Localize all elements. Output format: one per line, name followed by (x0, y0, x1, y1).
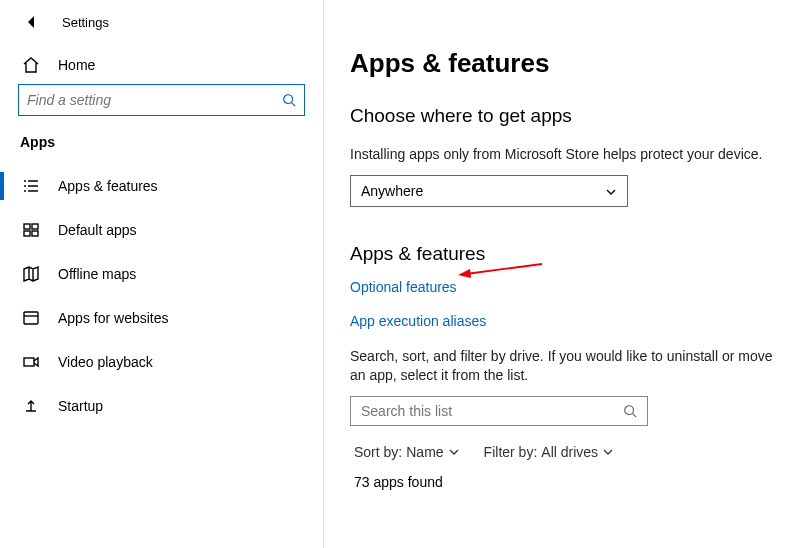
sidebar: Settings Home Apps Apps & features Defau… (0, 0, 324, 548)
svg-rect-1 (24, 224, 30, 229)
find-setting-input[interactable] (18, 84, 305, 116)
apps-count: 73 apps found (350, 474, 811, 490)
nav-item-label: Default apps (58, 222, 137, 238)
search-icon (282, 93, 296, 107)
search-icon (623, 404, 637, 418)
nav-apps-features[interactable]: Apps & features (0, 164, 323, 208)
page-title: Apps & features (350, 48, 811, 79)
map-icon (22, 265, 40, 283)
startup-icon (22, 397, 40, 415)
sort-label: Sort by: (354, 444, 402, 460)
nav-startup[interactable]: Startup (0, 384, 323, 428)
nav-video-playback[interactable]: Video playback (0, 340, 323, 384)
list-icon (22, 177, 40, 195)
window-title: Settings (62, 15, 109, 30)
app-execution-aliases-link[interactable]: App execution aliases (350, 313, 486, 329)
svg-rect-4 (32, 231, 38, 236)
where-select[interactable]: Anywhere (350, 175, 628, 207)
nav-default-apps[interactable]: Default apps (0, 208, 323, 252)
svg-point-9 (625, 406, 634, 415)
nav-apps-websites[interactable]: Apps for websites (0, 296, 323, 340)
svg-rect-3 (24, 231, 30, 236)
defaults-icon (22, 221, 40, 239)
svg-rect-5 (24, 312, 38, 324)
nav-item-label: Offline maps (58, 266, 136, 282)
chevron-down-icon (602, 446, 614, 458)
svg-rect-2 (32, 224, 38, 229)
web-icon (22, 309, 40, 327)
titlebar: Settings (0, 10, 323, 48)
where-help: Installing apps only from Microsoft Stor… (350, 145, 790, 165)
main-content: Apps & features Choose where to get apps… (324, 0, 811, 548)
where-heading: Choose where to get apps (350, 105, 811, 127)
svg-marker-8 (458, 269, 471, 278)
filter-by-control[interactable]: Filter by: All drives (484, 444, 614, 460)
home-nav[interactable]: Home (0, 48, 323, 84)
nav-item-label: Video playback (58, 354, 153, 370)
find-setting-wrap (0, 84, 323, 130)
filter-label: Filter by: (484, 444, 538, 460)
search-list-input[interactable] (361, 403, 623, 419)
sort-filter-row: Sort by: Name Filter by: All drives (350, 444, 811, 460)
af-heading: Apps & features (350, 243, 811, 265)
chevron-down-icon (448, 446, 460, 458)
section-label: Apps (0, 130, 323, 164)
nav-item-label: Apps & features (58, 178, 158, 194)
svg-line-7 (466, 264, 542, 274)
filter-value: All drives (541, 444, 598, 460)
back-button[interactable] (24, 14, 40, 30)
home-icon (22, 56, 40, 74)
find-setting-field[interactable] (27, 92, 282, 108)
sort-by-control[interactable]: Sort by: Name (354, 444, 460, 460)
where-select-value: Anywhere (361, 183, 423, 199)
home-label: Home (58, 57, 95, 73)
chevron-down-icon (605, 185, 617, 197)
optional-features-link[interactable]: Optional features (350, 279, 457, 295)
svg-point-0 (284, 95, 293, 104)
nav-item-label: Apps for websites (58, 310, 169, 326)
sort-value: Name (406, 444, 443, 460)
list-help: Search, sort, and filter by drive. If yo… (350, 347, 790, 386)
nav-offline-maps[interactable]: Offline maps (0, 252, 323, 296)
arrow-left-icon (24, 14, 40, 30)
nav-item-label: Startup (58, 398, 103, 414)
nav-list: Apps & features Default apps Offline map… (0, 164, 323, 428)
search-list-box[interactable] (350, 396, 648, 426)
svg-rect-6 (24, 358, 34, 366)
video-icon (22, 353, 40, 371)
